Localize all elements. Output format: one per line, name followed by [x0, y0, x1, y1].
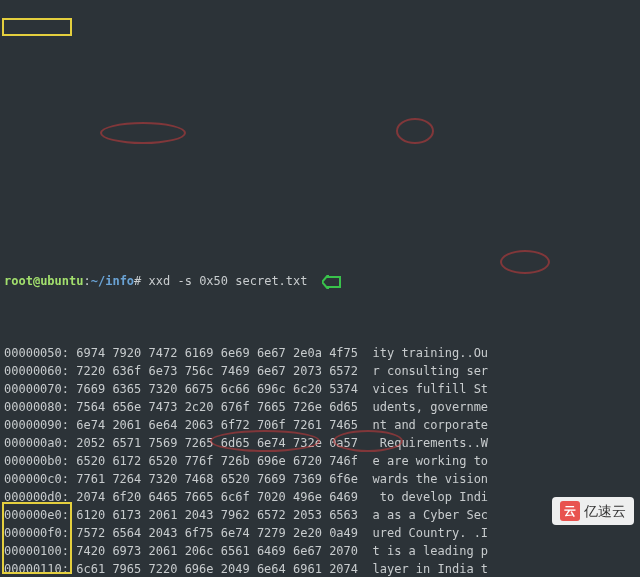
ascii-col: nt and corporate [372, 418, 488, 432]
hexdump-row: 00000110: 6c61 7965 7220 696e 2049 6e64 … [4, 560, 636, 577]
hex-col: 6974 7920 7472 6169 6e69 6e67 2e0a 4f75 [76, 346, 365, 360]
offset-col: 000000b0: [4, 454, 69, 468]
ascii-col: r consulting ser [372, 364, 488, 378]
anno-oval-1 [100, 122, 186, 144]
offset-col: 00000050: [4, 346, 69, 360]
hexdump-row: 00000060: 7220 636f 6e73 756c 7469 6e67 … [4, 362, 636, 380]
hexdump-row: 000000b0: 6520 6172 6520 776f 726b 696e … [4, 452, 636, 470]
hexdump-row: 000000c0: 7761 7264 7320 7468 6520 7669 … [4, 470, 636, 488]
offset-col: 000000e0: [4, 508, 69, 522]
anno-oval-2 [396, 118, 434, 144]
hexdump-row: 000000f0: 7572 6564 2043 6f75 6e74 7279 … [4, 524, 636, 542]
offset-col: 000000a0: [4, 436, 69, 450]
hex-col: 7220 636f 6e73 756c 7469 6e67 2073 6572 [76, 364, 365, 378]
arrow-left-icon [322, 275, 342, 289]
hexdump-1: 00000050: 6974 7920 7472 6169 6e69 6e67 … [4, 344, 636, 577]
offset-col: 000000f0: [4, 526, 69, 540]
ascii-col: to develop Indi [372, 490, 488, 504]
offset-col: 00000110: [4, 562, 69, 576]
prompt-line-1: root@ubuntu:~/info# xxd -s 0x50 secret.t… [4, 272, 636, 290]
anno-oval-3 [500, 250, 550, 274]
offset-col: 00000080: [4, 400, 69, 414]
ascii-col: ured Country. .I [372, 526, 488, 540]
terminal[interactable]: root@ubuntu:~/info# xxd -s 0x50 secret.t… [0, 0, 640, 577]
hexdump-row: 00000050: 6974 7920 7472 6169 6e69 6e67 … [4, 344, 636, 362]
offset-col: 00000090: [4, 418, 69, 432]
ascii-col: ity training..Ou [372, 346, 488, 360]
hexdump-row: 000000d0: 2074 6f20 6465 7665 6c6f 7020 … [4, 488, 636, 506]
prompt-path: ~/info [91, 274, 134, 288]
offset-col: 00000070: [4, 382, 69, 396]
hex-col: 7564 656e 7473 2c20 676f 7665 726e 6d65 [76, 400, 365, 414]
prompt-hash: # [134, 274, 141, 288]
ascii-col: Requirements..W [372, 436, 488, 450]
offset-col: 00000060: [4, 364, 69, 378]
offset-col: 000000c0: [4, 472, 69, 486]
command-1: xxd -s 0x50 secret.txt [149, 274, 308, 288]
hex-col: 7572 6564 2043 6f75 6e74 7279 2e20 0a49 [76, 526, 365, 540]
hexdump-row: 00000070: 7669 6365 7320 6675 6c66 696c … [4, 380, 636, 398]
ascii-col: udents, governme [372, 400, 488, 414]
hex-col: 6c61 7965 7220 696e 2049 6e64 6961 2074 [76, 562, 365, 576]
highlight-box-1 [2, 18, 72, 36]
ascii-col: t is a leading p [372, 544, 488, 558]
hex-col: 2074 6f20 6465 7665 6c6f 7020 496e 6469 [76, 490, 365, 504]
hexdump-row: 000000a0: 2052 6571 7569 7265 6d65 6e74 … [4, 434, 636, 452]
offset-col: 00000100: [4, 544, 69, 558]
ascii-col: wards the vision [372, 472, 488, 486]
hexdump-row: 000000e0: 6120 6173 2061 2043 7962 6572 … [4, 506, 636, 524]
hex-col: 6120 6173 2061 2043 7962 6572 2053 6563 [76, 508, 365, 522]
hexdump-row: 00000090: 6e74 2061 6e64 2063 6f72 706f … [4, 416, 636, 434]
prompt-sep: : [84, 274, 91, 288]
hex-col: 7669 6365 7320 6675 6c66 696c 6c20 5374 [76, 382, 365, 396]
offset-col: 000000d0: [4, 490, 69, 504]
prompt-user: root@ubuntu [4, 274, 84, 288]
hex-col: 6e74 2061 6e64 2063 6f72 706f 7261 7465 [76, 418, 365, 432]
hexdump-row: 00000080: 7564 656e 7473 2c20 676f 7665 … [4, 398, 636, 416]
hexdump-row: 00000100: 7420 6973 2061 206c 6561 6469 … [4, 542, 636, 560]
ascii-col: layer in India t [372, 562, 488, 576]
ascii-col: vices fulfill St [372, 382, 488, 396]
hex-col: 2052 6571 7569 7265 6d65 6e74 732e 0a57 [76, 436, 365, 450]
ascii-col: a as a Cyber Sec [372, 508, 488, 522]
hex-col: 6520 6172 6520 776f 726b 696e 6720 746f [76, 454, 365, 468]
hex-col: 7761 7264 7320 7468 6520 7669 7369 6f6e [76, 472, 365, 486]
hex-col: 7420 6973 2061 206c 6561 6469 6e67 2070 [76, 544, 365, 558]
ascii-col: e are working to [372, 454, 488, 468]
